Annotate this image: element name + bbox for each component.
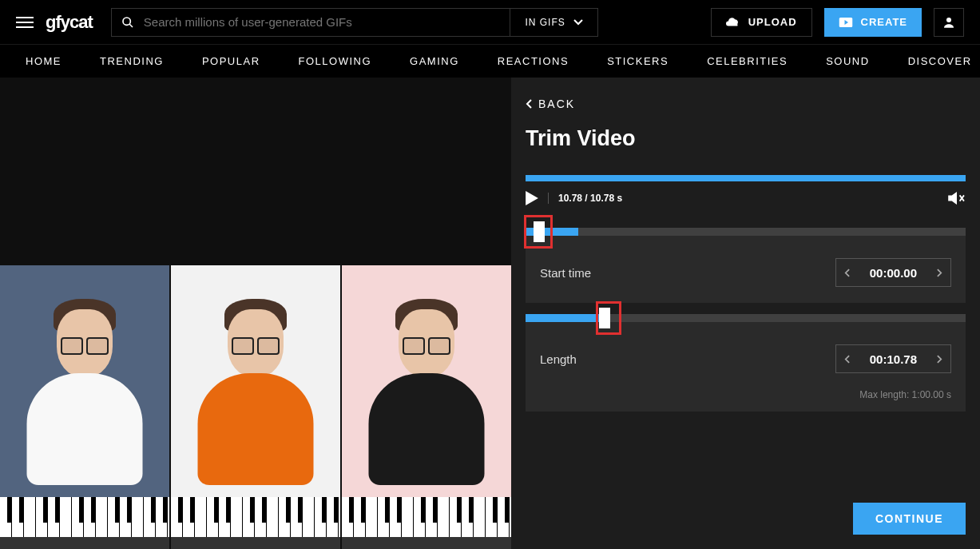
continue-button[interactable]: CONTINUE <box>853 503 966 535</box>
create-button[interactable]: CREATE <box>824 8 922 37</box>
profile-button[interactable] <box>934 8 964 37</box>
slider-fill <box>526 314 605 322</box>
player-controls: 10.78 / 10.78 s <box>526 191 966 205</box>
video-progress-bar[interactable] <box>526 175 966 181</box>
nav-sound[interactable]: SOUND <box>826 55 869 67</box>
start-time-value: 00:00.00 <box>859 266 928 280</box>
length-group: Length 00:10.78 Max length: 1:00.00 s <box>526 314 966 412</box>
upload-label: UPLOAD <box>748 16 797 28</box>
content: BACK Trim Video 10.78 / 10.78 s Start ti… <box>0 78 980 549</box>
main-nav: HOME TRENDING POPULAR FOLLOWING GAMING R… <box>0 44 980 78</box>
start-time-handle[interactable] <box>534 221 545 242</box>
search-icon <box>112 16 144 29</box>
chevron-down-icon <box>573 19 583 26</box>
nav-discover[interactable]: DISCOVER <box>908 55 972 67</box>
chevron-right-icon <box>937 355 942 364</box>
nav-reactions[interactable]: REACTIONS <box>498 55 569 67</box>
video-frame <box>342 265 511 549</box>
start-time-increment[interactable] <box>928 259 950 286</box>
upload-button[interactable]: UPLOAD <box>711 8 812 37</box>
gif-type-dropdown[interactable]: IN GIFS <box>510 9 597 36</box>
length-increment[interactable] <box>928 345 950 372</box>
search-container: IN GIFS <box>111 8 598 37</box>
video-frame <box>0 265 169 549</box>
nav-trending[interactable]: TRENDING <box>100 55 164 67</box>
length-stepper: 00:10.78 <box>835 344 951 373</box>
nav-home[interactable]: HOME <box>26 55 61 67</box>
header-actions: UPLOAD CREATE <box>711 8 964 37</box>
video-frames <box>0 265 511 549</box>
play-icon <box>526 191 538 205</box>
play-button[interactable] <box>526 191 538 205</box>
nav-stickers[interactable]: STICKERS <box>607 55 669 67</box>
length-handle[interactable] <box>599 308 610 328</box>
video-preview <box>0 78 511 549</box>
back-button[interactable]: BACK <box>526 97 966 110</box>
length-slider[interactable] <box>526 314 966 322</box>
trim-panel: BACK Trim Video 10.78 / 10.78 s Start ti… <box>511 78 980 549</box>
svg-point-3 <box>946 18 951 22</box>
cloud-upload-icon <box>726 17 740 28</box>
chevron-left-icon <box>844 355 850 364</box>
nav-gaming[interactable]: GAMING <box>410 55 459 67</box>
chevron-left-icon <box>844 269 850 277</box>
length-value: 00:10.78 <box>859 352 928 366</box>
nav-following[interactable]: FOLLOWING <box>299 55 372 67</box>
search-input[interactable] <box>144 15 510 29</box>
length-decrement[interactable] <box>836 345 859 372</box>
person-icon <box>942 15 956 30</box>
time-display: 10.78 / 10.78 s <box>558 193 622 204</box>
max-length-hint: Max length: 1:00.00 s <box>526 389 966 412</box>
create-label: CREATE <box>861 16 907 28</box>
logo[interactable]: gfycat <box>46 12 93 33</box>
header: gfycat IN GIFS UPLOAD CREATE <box>0 0 980 44</box>
svg-point-0 <box>123 18 130 25</box>
nav-celebrities[interactable]: CELEBRITIES <box>707 55 788 67</box>
volume-mute-icon <box>948 191 966 205</box>
video-create-icon <box>839 17 853 28</box>
nav-popular[interactable]: POPULAR <box>202 55 260 67</box>
length-label: Length <box>540 352 577 366</box>
start-time-label: Start time <box>540 266 591 280</box>
divider <box>548 193 549 204</box>
mute-button[interactable] <box>948 191 966 205</box>
chevron-right-icon <box>937 269 942 277</box>
hamburger-menu-icon[interactable] <box>16 17 34 28</box>
start-time-decrement[interactable] <box>836 259 859 286</box>
start-time-group: Start time 00:00.00 <box>526 228 966 303</box>
chevron-left-icon <box>526 99 532 109</box>
video-frame <box>171 265 340 549</box>
start-time-slider[interactable] <box>526 228 966 236</box>
svg-line-1 <box>129 24 133 27</box>
panel-title: Trim Video <box>526 126 966 151</box>
start-time-stepper: 00:00.00 <box>835 258 951 287</box>
back-label: BACK <box>538 97 575 110</box>
gif-dropdown-label: IN GIFS <box>525 17 565 28</box>
